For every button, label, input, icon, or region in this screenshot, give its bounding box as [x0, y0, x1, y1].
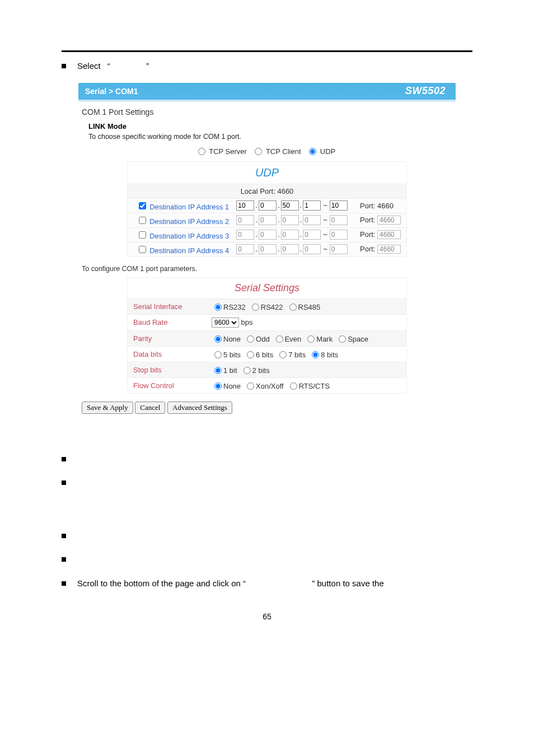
- baud_rate-select[interactable]: 9600: [212, 318, 239, 328]
- ip-dot: .: [277, 216, 281, 224]
- bullet-icon: [62, 557, 66, 562]
- port-label-text: Port:: [360, 202, 377, 210]
- save-apply-button[interactable]: Save & Apply: [82, 402, 133, 414]
- params-sub: To configure COM 1 port parameters.: [82, 265, 456, 273]
- flow_control-row: Flow ControlNoneXon/XoffRTS/CTS: [128, 377, 407, 393]
- section-title: COM 1 Port Settings: [82, 108, 456, 116]
- dest-ip-4-label: Destination IP Address 4: [148, 246, 229, 255]
- dest-ip-3-range-end[interactable]: [330, 230, 348, 240]
- bullet-icon: [62, 480, 66, 485]
- dest-ip-1-octet-3[interactable]: [281, 200, 299, 211]
- model-badge: SW5502: [405, 85, 446, 97]
- quote-close: ”: [146, 61, 149, 71]
- dest-ip-1-octet-1[interactable]: [236, 200, 254, 211]
- baud_rate-row: Baud Rate9600 bps: [128, 314, 407, 330]
- dest-ip-4-range-end[interactable]: [330, 244, 348, 254]
- dest-ip-2-ip-cell: ...~: [233, 213, 357, 227]
- data_bits-opt-3[interactable]: 8 bits: [309, 351, 338, 359]
- dest-ip-4-checkbox[interactable]: [139, 246, 146, 253]
- dest-ip-2-octet-3[interactable]: [281, 215, 299, 225]
- parity-opt-4[interactable]: Space: [336, 335, 368, 343]
- mode-tcpserver[interactable]: TCP Server: [195, 147, 247, 156]
- dest-ip-3-label: Destination IP Address 3: [148, 232, 229, 240]
- dest-ip-3-octet-1[interactable]: [236, 230, 254, 240]
- dest-ip-1-row: Destination IP Address 1...~Port: 4660: [128, 198, 407, 213]
- lower-bullets: Scroll to the bottom of the page and cli…: [62, 453, 472, 590]
- data_bits-opt-0[interactable]: 5 bits: [212, 351, 241, 359]
- dest-ip-4-octet-1[interactable]: [236, 244, 254, 254]
- flow_control-opt-2[interactable]: RTS/CTS: [287, 382, 330, 390]
- parity-opt-0-label: None: [223, 335, 241, 343]
- cancel-button[interactable]: Cancel: [135, 402, 165, 414]
- ip-dot: .: [299, 245, 303, 253]
- data_bits-row: Data bits5 bits6 bits7 bits8 bits: [128, 346, 407, 362]
- intro-text: Select “ ”: [77, 60, 153, 73]
- stop_bits-row: Stop bits1 bit2 bits: [128, 362, 407, 377]
- serial_interface-opt-1-label: RS422: [261, 303, 283, 311]
- mode-udp[interactable]: UDP: [306, 147, 335, 156]
- parity-opt-1[interactable]: Odd: [244, 335, 270, 343]
- dest-ip-4-row: Destination IP Address 4...~Port: 4660: [128, 242, 407, 256]
- mode-tcpclient-label: TCP Client: [266, 147, 301, 156]
- ip-dot: .: [277, 230, 281, 239]
- parity-opt-3[interactable]: Mark: [305, 335, 332, 343]
- serial_interface-opt-2[interactable]: RS485: [287, 303, 321, 311]
- dest-ip-2-octet-4[interactable]: [303, 215, 321, 225]
- bullet-empty-3: [62, 530, 472, 543]
- stop_bits-value-cell: 1 bit2 bits: [206, 362, 407, 377]
- dest-ip-4-octet-2[interactable]: [259, 244, 277, 254]
- mode-udp-label: UDP: [320, 147, 335, 156]
- flow_control-opt-0[interactable]: None: [212, 382, 241, 390]
- stop_bits-opt-0[interactable]: 1 bit: [212, 366, 237, 375]
- dest-ip-1-checkbox[interactable]: [139, 202, 146, 209]
- dest-ip-3-octet-2[interactable]: [259, 230, 277, 240]
- dest-ip-1-range-end[interactable]: [330, 200, 348, 211]
- panel-header: Serial > COM1 SW5502: [78, 83, 456, 100]
- port-label-text: Port:: [360, 230, 377, 239]
- parity-opt-0[interactable]: None: [212, 335, 241, 343]
- dest-ip-2-port-value[interactable]: 4660: [377, 216, 401, 225]
- quote-open: “: [107, 61, 110, 71]
- dest-ip-3-octet-4[interactable]: [303, 230, 321, 240]
- parity-opt-2[interactable]: Even: [273, 335, 302, 343]
- top-rule: [62, 50, 472, 52]
- flow_control-opt-2-label: RTS/CTS: [299, 382, 330, 390]
- serial_interface-opt-0[interactable]: RS232: [212, 303, 246, 311]
- dest-ip-1-octet-4[interactable]: [303, 200, 321, 211]
- parity-label: Parity: [128, 330, 207, 346]
- dest-ip-3-ip-cell: ...~: [233, 227, 357, 242]
- port-label-text: Port:: [360, 245, 377, 253]
- mode-tcpclient[interactable]: TCP Client: [252, 147, 301, 156]
- dest-ip-4-octet-4[interactable]: [303, 244, 321, 254]
- serial_interface-opt-2-label: RS485: [298, 303, 321, 311]
- ip-dot: .: [299, 201, 303, 209]
- dest-ip-2-checkbox[interactable]: [139, 217, 146, 224]
- dest-ip-3-checkbox[interactable]: [139, 231, 146, 239]
- data_bits-opt-1[interactable]: 6 bits: [244, 351, 273, 359]
- range-tilde: ~: [321, 230, 330, 239]
- data_bits-opt-2[interactable]: 7 bits: [277, 351, 306, 359]
- serial_interface-opt-1[interactable]: RS422: [249, 303, 283, 311]
- dest-ip-4-port-value[interactable]: 4660: [377, 245, 401, 254]
- udp-title: UDP: [128, 161, 407, 184]
- flow_control-opt-1[interactable]: Xon/Xoff: [244, 382, 284, 390]
- baud_rate-label: Baud Rate: [128, 314, 207, 330]
- header-underline: [78, 100, 456, 102]
- dest-ip-2-octet-1[interactable]: [236, 215, 254, 225]
- ip-dot: .: [254, 245, 259, 253]
- data_bits-opt-0-label: 5 bits: [223, 351, 241, 359]
- serial_interface-value-cell: RS232RS422RS485: [206, 298, 407, 314]
- stop_bits-opt-1[interactable]: 2 bits: [241, 366, 270, 375]
- parity-row: ParityNoneOddEvenMarkSpace: [128, 330, 407, 346]
- dest-ip-4-octet-3[interactable]: [281, 244, 299, 254]
- dest-ip-3-octet-3[interactable]: [281, 230, 299, 240]
- baud_rate-unit: bps: [239, 318, 253, 326]
- dest-ip-1-octet-2[interactable]: [259, 200, 277, 211]
- dest-ip-2-range-end[interactable]: [330, 215, 348, 225]
- advanced-settings-button[interactable]: Advanced Settings: [167, 402, 232, 414]
- dest-ip-3-port-value[interactable]: 4660: [377, 230, 401, 239]
- dest-ip-2-octet-2[interactable]: [259, 215, 277, 225]
- stop_bits-label: Stop bits: [128, 362, 207, 377]
- mode-tcpserver-label: TCP Server: [209, 147, 247, 156]
- dest-ip-3-row: Destination IP Address 3...~Port: 4660: [128, 227, 407, 242]
